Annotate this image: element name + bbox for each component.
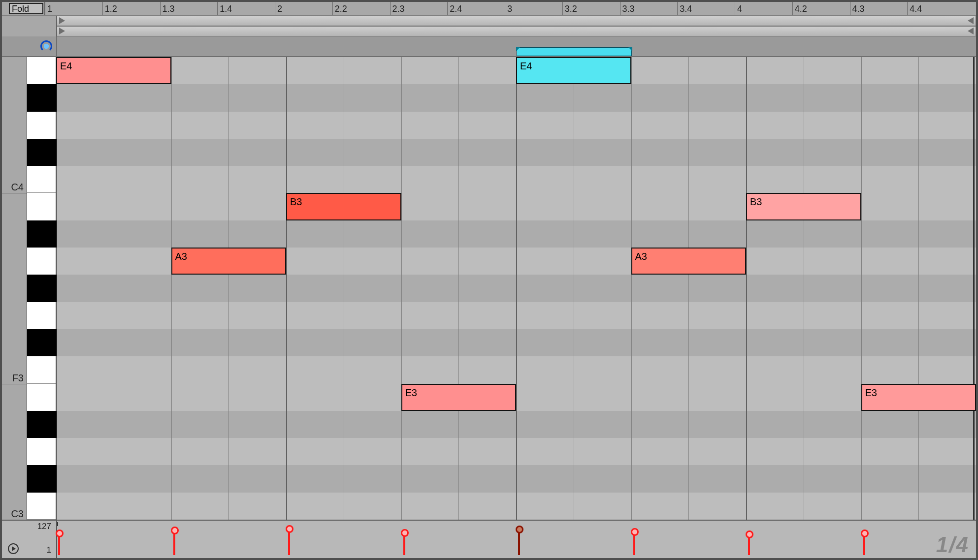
midi-note[interactable]: B3 <box>746 193 861 220</box>
ruler-tick: 3.2 <box>562 2 577 15</box>
midi-note[interactable]: A3 <box>631 248 747 275</box>
ruler-tick: 3 <box>505 2 512 15</box>
piano-column: C4F3C3 <box>2 57 56 520</box>
ruler-tick: 2.3 <box>390 2 405 15</box>
horizontal-scroll-bottom[interactable] <box>57 26 976 36</box>
black-key[interactable] <box>27 329 57 356</box>
black-key[interactable] <box>27 220 57 248</box>
black-key[interactable] <box>27 275 57 302</box>
ruler-tick: 3.3 <box>620 2 635 15</box>
velocity-marker[interactable] <box>748 534 750 555</box>
velocity-max-label: 127 <box>37 522 51 531</box>
ruler-tick: 1.2 <box>102 2 117 15</box>
midi-note[interactable]: E4 <box>56 57 171 84</box>
marker-strip <box>2 36 976 57</box>
velocity-marker[interactable] <box>403 532 405 555</box>
fold-button[interactable]: Fold <box>9 3 43 14</box>
ruler-row: Fold 11.21.31.422.22.32.433.23.33.444.24… <box>2 2 976 16</box>
midi-note[interactable]: B3 <box>286 193 401 220</box>
piano-roll-main: C4F3C3 E4A3B3E3E4A3B3E3 <box>2 57 976 521</box>
play-icon[interactable] <box>8 543 19 554</box>
ruler-tick: 1 <box>45 2 52 15</box>
midi-note[interactable]: E4 <box>516 57 631 84</box>
loop-region[interactable] <box>517 47 632 56</box>
grid-resolution-label: 1/4 <box>936 532 969 557</box>
preview-headphone-icon[interactable] <box>40 40 52 52</box>
midi-note[interactable]: E3 <box>861 384 977 411</box>
midi-editor: Fold 11.21.31.422.22.32.433.23.33.444.24… <box>0 0 978 560</box>
ruler-tick: 2.4 <box>447 2 462 15</box>
velocity-scale: 127 1 <box>2 521 56 558</box>
velocity-marker[interactable] <box>288 529 290 555</box>
loop-marker-track[interactable] <box>56 36 976 56</box>
velocity-marker[interactable] <box>173 530 175 555</box>
ruler-tick: 4.4 <box>907 2 922 15</box>
velocity-marker[interactable] <box>58 533 60 555</box>
black-key[interactable] <box>27 465 57 492</box>
clip-end-marker[interactable] <box>973 57 975 520</box>
black-key[interactable] <box>27 411 57 438</box>
timeline-ruler[interactable]: 11.21.31.422.22.32.433.23.33.444.24.34.4 <box>44 2 976 15</box>
note-grid[interactable]: E4A3B3E3E4A3B3E3 <box>56 57 976 520</box>
scroll-strip <box>2 16 976 36</box>
ruler-tick: 2.2 <box>332 2 347 15</box>
velocity-track[interactable]: 1/4 <box>56 521 976 558</box>
white-key[interactable] <box>27 166 56 193</box>
ruler-tick: 4.3 <box>850 2 865 15</box>
pitch-label: C3 <box>11 508 24 520</box>
horizontal-scroll-top[interactable] <box>57 16 976 26</box>
ruler-tick: 4.2 <box>792 2 807 15</box>
velocity-lane: 127 1 1/4 <box>2 521 976 558</box>
velocity-marker[interactable] <box>518 529 520 555</box>
velocity-min-label: 1 <box>47 545 51 555</box>
ruler-tick: 1.3 <box>160 2 175 15</box>
ruler-tick: 1.4 <box>217 2 232 15</box>
piano-keyboard[interactable] <box>27 57 56 520</box>
white-key[interactable] <box>27 493 56 520</box>
pitch-label: C4 <box>11 182 24 193</box>
ruler-tick: 4 <box>735 2 742 15</box>
velocity-marker[interactable] <box>633 531 635 555</box>
black-key[interactable] <box>27 139 57 166</box>
midi-note[interactable]: E3 <box>401 384 517 411</box>
pitch-label: F3 <box>12 372 24 383</box>
midi-note[interactable]: A3 <box>171 248 287 275</box>
ruler-tick: 2 <box>275 2 282 15</box>
black-key[interactable] <box>27 84 57 111</box>
velocity-marker[interactable] <box>863 533 865 555</box>
white-key[interactable] <box>27 356 56 383</box>
ruler-tick: 3.4 <box>677 2 692 15</box>
piano-labels: C4F3C3 <box>2 57 27 520</box>
